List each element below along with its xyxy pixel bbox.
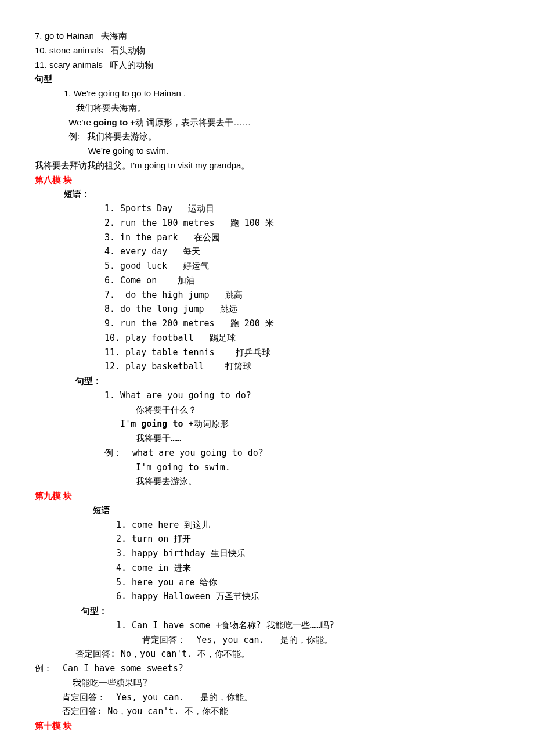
module8-sentences: 1. What are you going to do? 你将要干什么？ I'm…: [104, 388, 499, 489]
phrase-item: 6. happy Halloween 万圣节快乐: [116, 589, 499, 604]
phrase-item: 4. every day 每天: [104, 244, 499, 259]
sentence-heading: 句型: [35, 72, 499, 87]
example-line: 例： Can I have some sweets?: [35, 661, 499, 676]
module9-example: 例： Can I have some sweets? 我能吃一些糖果吗? 肯定回…: [35, 661, 499, 719]
top-item: 11. scary animals 吓人的动物: [35, 58, 499, 73]
phrase-heading: 短语：: [64, 187, 499, 201]
sentence-line: 肯定回答： Yes, you can. 是的，你能。: [116, 633, 499, 647]
phrase-item: 5. good luck 好运气: [104, 259, 499, 273]
phrase-item: 7. do the high jump 跳高: [104, 288, 499, 303]
sentence-line: 1. What are you going to do?: [104, 388, 499, 403]
example-line: 否定回答: No，you can't. 不，你不能: [46, 704, 499, 719]
phrase-item: 2. run the 100 metres 跑 100 米: [104, 216, 499, 231]
sentence-line: 1. Can I have some +食物名称? 我能吃一些……吗?: [116, 618, 499, 633]
phrase-item: 11. play table tennis 打乒乓球: [104, 345, 499, 360]
module10-title: 第十模 块: [35, 719, 499, 733]
phrase-heading: 短语: [93, 503, 499, 518]
phrase-item: 8. do the long jump 跳远: [104, 302, 499, 316]
example-line: 我能吃一些糖果吗?: [46, 676, 499, 690]
example-line: 肯定回答： Yes, you can. 是的，你能。: [46, 690, 499, 705]
sentence-line: I'm going to +动词原形: [104, 417, 499, 431]
sentence-line: 我将要去游泳。: [104, 474, 499, 489]
sentence-heading: 句型：: [81, 604, 499, 618]
phrase-item: 3. in the park 在公园: [104, 231, 499, 245]
phrase-item: 1. Sports Day 运动日: [104, 201, 499, 216]
phrase-item: 10. play football 踢足球: [104, 331, 499, 345]
sentence-line: We're going to +动 词原形，表示将要去干……: [64, 116, 499, 130]
sentence-line: 我将要干……: [104, 431, 499, 446]
top-item: 7. go to Hainan 去海南: [35, 29, 499, 44]
top-example: 我将要去拜访我的祖父。I'm going to visit my grandpa…: [35, 159, 499, 173]
top-sentences: 1. We're going to go to Hainan . 我们将要去海南…: [64, 87, 499, 159]
bold-span: going to +: [91, 117, 135, 127]
phrase-item: 12. play basketball 打篮球: [104, 359, 499, 374]
neg-answer: 否定回答: No，you can't. 不，你不能。: [75, 647, 499, 661]
sentence-line: 例: 我们将要去游泳。: [64, 129, 499, 144]
phrase-item: 9. run the 200 metres 跑 200 米: [104, 316, 499, 331]
top-item: 10. stone animals 石头动物: [35, 44, 499, 58]
sentence-line: I'm going to swim.: [104, 460, 499, 475]
phrase-item: 4. come in 进来: [116, 561, 499, 575]
module9-sentences: 1. Can I have some +食物名称? 我能吃一些……吗? 肯定回答…: [116, 618, 499, 647]
phrase-item: 3. happy birthday 生日快乐: [116, 546, 499, 561]
module9-phrases: 1. come here 到这儿 2. turn on 打开 3. happy …: [116, 518, 499, 604]
phrase-item: 6. Come on 加油: [104, 273, 499, 288]
sentence-line: We're going to swim.: [64, 144, 499, 159]
top-list: 7. go to Hainan 去海南 10. stone animals 石头…: [35, 29, 499, 72]
sentence-heading: 句型：: [75, 374, 499, 388]
sentence-line: 我们将要去海南。: [64, 101, 499, 116]
module9-title: 第九模 块: [35, 489, 499, 503]
phrase-item: 1. come here 到这儿: [116, 518, 499, 532]
module8-phrases: 1. Sports Day 运动日 2. run the 100 metres …: [104, 201, 499, 374]
bold-span: m going to: [131, 419, 188, 429]
sentence-line: 1. We're going to go to Hainan .: [64, 87, 499, 101]
sentence-line: 例： what are you going to do?: [104, 446, 499, 460]
module8-title: 第八模 块: [35, 173, 499, 188]
sentence-line: 你将要干什么？: [104, 403, 499, 417]
phrase-item: 2. turn on 打开: [116, 532, 499, 546]
phrase-item: 5. here you are 给你: [116, 575, 499, 590]
